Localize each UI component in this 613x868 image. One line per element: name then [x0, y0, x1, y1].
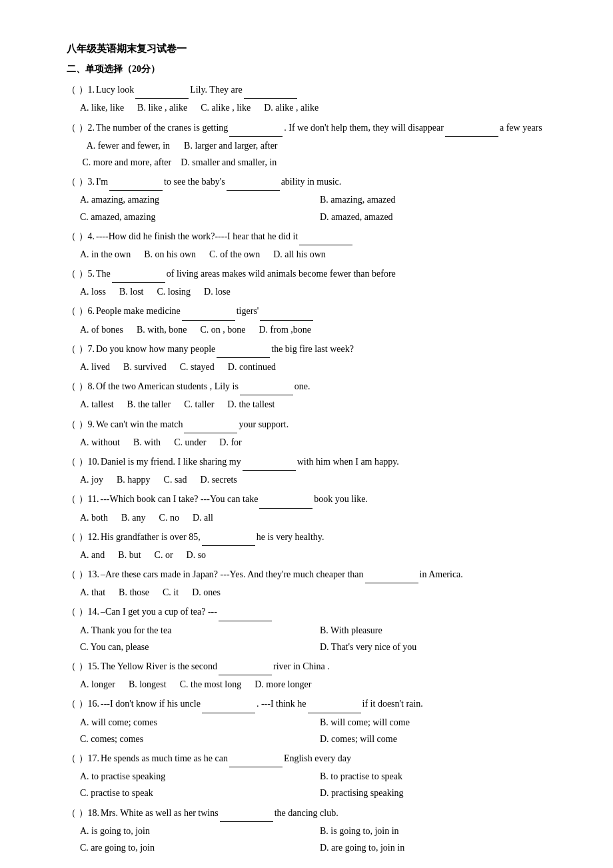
question-line-13: （ ）13. –Are these cars made in Japan? --…	[67, 566, 560, 583]
blank-1-5	[112, 265, 165, 283]
option-1-3: D. alike , alike	[264, 99, 318, 116]
blank-1-3	[109, 173, 163, 191]
option-15-2: C. the most long	[180, 676, 242, 693]
question-line-16: （ ）16. ---I don't know if his uncle . --…	[67, 695, 560, 713]
q-text-16: ---I don't know if his uncle	[101, 695, 201, 712]
q-text-7: Do you know how many people	[96, 341, 215, 357]
blank-1-6	[182, 303, 235, 320]
blank-1-9	[184, 416, 237, 433]
q-end-15: river in China .	[273, 658, 330, 675]
options-line-15: A. longerB. longestC. the most longD. mo…	[80, 676, 560, 693]
opt-row1-2: A. fewer and fewer, in B. larger and lar…	[80, 137, 560, 154]
q-end-2: a few years	[500, 119, 542, 136]
q-text-10: Daniel is my friend. I like sharing my	[101, 453, 241, 470]
q-paren-6: （ ）6.	[67, 303, 95, 319]
q-end-17: English every day	[284, 750, 351, 767]
option-11-3: D. all	[193, 509, 213, 526]
option-12-3: D. so	[187, 547, 207, 563]
option-17-0-0: A. to practise speaking	[80, 768, 320, 785]
blank-1-15	[219, 658, 272, 675]
q-mid-6: tigers'	[237, 303, 259, 319]
option-13-2: C. it	[163, 584, 179, 601]
q-paren-14: （ ）14.	[67, 603, 99, 620]
question-block-4: （ ）4. ----How did he finish the work?---…	[67, 228, 560, 263]
option-1-2: C. alike , like	[201, 99, 251, 116]
option-5-2: C. losing	[157, 283, 191, 300]
question-line-12: （ ）12. His grandfather is over 85, he is…	[67, 529, 560, 546]
question-line-9: （ ）9. We can't win the match your suppor…	[67, 416, 560, 433]
q-end-5: of living areas makes wild animals becom…	[167, 265, 396, 282]
options-col2-18: A. is going to, joinB. is going to, join…	[80, 823, 560, 856]
question-line-17: （ ）17. He spends as much time as he can …	[67, 750, 560, 767]
blank-2-2	[445, 119, 498, 137]
option-17-0-1: B. to practise to speak	[320, 768, 560, 785]
blank-1-8	[240, 378, 293, 395]
question-block-13: （ ）13. –Are these cars made in Japan? --…	[67, 566, 560, 601]
options-line-1: A. like, likeB. like , alikeC. alike , l…	[80, 99, 560, 116]
q-paren-17: （ ）17.	[67, 750, 99, 767]
option-9-2: C. under	[174, 434, 206, 451]
question-block-5: （ ）5. The of living areas makes wild ani…	[67, 265, 560, 300]
q-paren-7: （ ）7.	[67, 341, 95, 357]
option-17-1-1: D. practising speaking	[320, 785, 560, 801]
blank-1-18	[220, 805, 273, 822]
options-line-7: A. livedB. survivedC. stayedD. continued	[80, 359, 560, 375]
section-title: 二、单项选择（20分）	[67, 61, 560, 77]
option-5-0: A. loss	[80, 283, 106, 300]
option-16-0-0: A. will come; comes	[80, 714, 320, 731]
option-3-1-1: D. amazed, amazed	[320, 209, 560, 225]
q-end-16: if it doesn't rain.	[362, 695, 423, 712]
option-14-1-0: C. You can, please	[80, 639, 320, 655]
q-paren-5: （ ）5.	[67, 265, 95, 282]
question-block-11: （ ）11. ---Which book can I take? ---You …	[67, 491, 560, 525]
option-14-0-0: A. Thank you for the tea	[80, 622, 320, 639]
options-col2-14: A. Thank you for the teaB. With pleasure…	[80, 622, 560, 655]
question-line-11: （ ）11. ---Which book can I take? ---You …	[67, 491, 560, 508]
option-18-1-0: C. are going to, join	[80, 839, 320, 856]
option-6-3: D. from ,bone	[259, 321, 311, 338]
question-line-3: （ ）3. I'm to see the baby's ability in m…	[67, 173, 560, 191]
q-text-1: Lucy look	[96, 81, 134, 98]
question-line-15: （ ）15. The Yellow River is the second ri…	[67, 658, 560, 675]
q-mid-2: . If we don't help them, they will disap…	[284, 119, 444, 136]
q-mid-16: . ---I think he	[257, 695, 306, 712]
option-10-3: D. secrets	[201, 471, 237, 488]
blank-1-7	[217, 341, 270, 358]
question-line-10: （ ）10. Daniel is my friend. I like shari…	[67, 453, 560, 471]
option-18-0-1: B. is going to, join in	[320, 823, 560, 839]
options-line-4: A. in the ownB. on his ownC. of the ownD…	[80, 246, 560, 263]
option-13-1: B. those	[119, 584, 149, 601]
option-13-3: D. ones	[192, 584, 221, 601]
q-text-12: His grandfather is over 85,	[101, 529, 201, 545]
q-text-17: He spends as much time as he can	[101, 750, 228, 767]
q-paren-16: （ ）16.	[67, 695, 99, 712]
q-paren-10: （ ）10.	[67, 453, 99, 470]
opt-row2-2: C. more and more, after D. smaller and s…	[80, 154, 560, 171]
option-1-0: A. like, like	[80, 99, 124, 116]
option-14-0-1: B. With pleasure	[320, 622, 560, 639]
q-end-10: with him when I am happy.	[297, 453, 399, 470]
option-9-1: B. with	[133, 434, 161, 451]
q-paren-11: （ ）11.	[67, 491, 99, 507]
q-end-7: the big fire last week?	[271, 341, 354, 357]
question-line-1: （ ）1. Lucy look Lily. They are	[67, 81, 560, 99]
options-line-11: A. bothB. anyC. noD. all	[80, 509, 560, 526]
option-8-3: D. the tallest	[227, 396, 275, 413]
question-line-8: （ ）8. Of the two American students , Lil…	[67, 378, 560, 395]
question-block-14: （ ）14. –Can I get you a cup of tea? --- …	[67, 603, 560, 655]
option-4-2: C. of the own	[209, 246, 260, 263]
blank-1-4	[299, 228, 352, 245]
option-11-2: C. no	[159, 509, 179, 526]
q-end-13: in America.	[420, 566, 463, 583]
option-14-1-1: D. That's very nice of you	[320, 639, 560, 655]
option-12-1: B. but	[118, 547, 141, 563]
option-16-1-0: C. comes; comes	[80, 731, 320, 747]
option-6-1: B. with, bone	[137, 321, 187, 338]
question-block-16: （ ）16. ---I don't know if his uncle . --…	[67, 695, 560, 747]
option-11-1: B. any	[121, 509, 146, 526]
option-3-1-0: C. amazed, amazing	[80, 209, 320, 225]
option-10-2: C. sad	[164, 471, 187, 488]
q-paren-2: （ ）2.	[67, 119, 95, 136]
question-block-18: （ ）18. Mrs. White as well as her twins t…	[67, 805, 560, 857]
option-5-3: D. lose	[204, 283, 231, 300]
